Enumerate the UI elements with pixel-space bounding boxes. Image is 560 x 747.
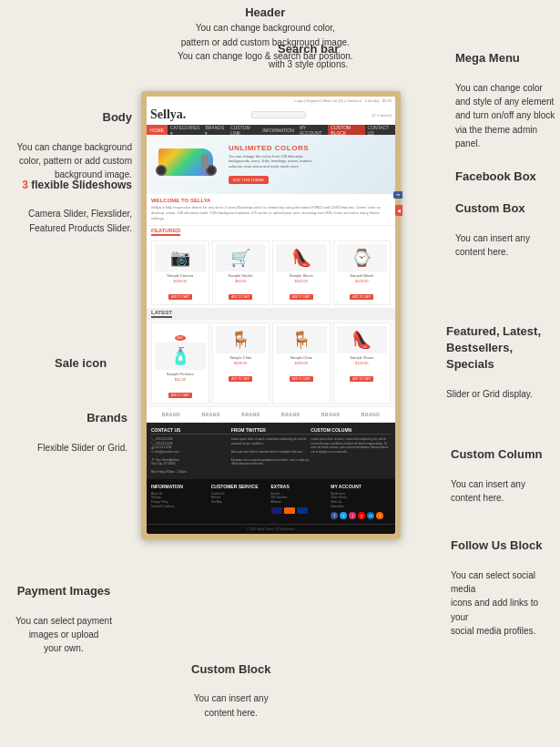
brand-2: BRAND	[201, 412, 220, 417]
nav-custom[interactable]: CUSTOM LINK	[228, 125, 260, 135]
latest-products: SALE 🧴 Sample Perfume $55.00 ADD TO CART…	[147, 320, 395, 406]
payment-annotation: Payment Images You can select payment im…	[5, 583, 123, 656]
copyright-text: © 2013 Sellya Theme · 12 Themeforest	[247, 527, 294, 531]
product-name-shoes: Sample Shoes	[276, 273, 327, 278]
welcome-title: WELCOME TO SELLYA	[151, 198, 391, 203]
footer-account-title: MY ACCOUNT	[331, 484, 391, 489]
add-to-cart-chair1[interactable]: ADD TO CART	[229, 376, 252, 382]
nav-categories[interactable]: CATEGORIES ▾	[168, 125, 202, 135]
product-img-shoes: 👠	[276, 244, 327, 271]
social-linkedin[interactable]: in	[367, 512, 374, 519]
featured-section-label: FEATURED	[147, 226, 395, 238]
customcol-desc: You can insert any content here.	[451, 479, 525, 503]
social-facebook[interactable]: f	[331, 512, 338, 519]
customcol-title: Custom Column	[451, 446, 555, 463]
add-to-cart-stroller[interactable]: ADD TO CART	[229, 294, 252, 300]
site-topbar: Login | Register | Wish List (0) | Check…	[147, 97, 395, 105]
searchbar-desc: with 3 style options.	[269, 59, 348, 69]
payment-logo-2	[284, 507, 295, 514]
payment-logo-3	[297, 507, 308, 514]
followus-annotation: Follow Us Block You can select social me…	[451, 537, 555, 639]
followus-desc: You can select social media icons and ad…	[451, 570, 538, 637]
latest-name-perfume: Sample Perfume	[155, 372, 206, 376]
custom-box-sidebar[interactable]: ◀	[395, 205, 402, 216]
latest-section-label: LATEST	[147, 308, 395, 320]
hero-heading: UNLIMITED COLORS	[229, 144, 313, 152]
facebook-title: Facebook Box	[455, 169, 555, 185]
add-to-cart-perfume[interactable]: ADD TO CART	[168, 393, 192, 398]
nav-brands[interactable]: BRANDS ▾	[202, 125, 228, 135]
nav-home[interactable]: HOME	[147, 125, 168, 135]
footer-bottom-extras: EXTRAS BrandsGift VouchersAffiliates	[271, 484, 331, 519]
product-img-watch: ⌚	[337, 244, 388, 271]
brand-6: BRAND	[361, 412, 381, 417]
sale-annotation: Sale icon	[55, 355, 107, 372]
product-card-watch: ⌚ Sample Watch $349.00 ADD TO CART	[333, 240, 392, 305]
product-img-stroller: 🛒	[216, 244, 267, 271]
hero-button[interactable]: BUY THIS THEME!	[229, 176, 269, 184]
nav-custom-block[interactable]: CUSTOM BLOCK	[328, 125, 364, 135]
social-icons: f t i y in r	[331, 512, 391, 519]
browser-mockup: Login | Register | Wish List (0) | Check…	[141, 91, 401, 539]
sale-badge: SALE	[175, 335, 186, 341]
slideshows-annotation: 3 flexible Slideshows Camera Slider, Fle…	[5, 178, 132, 235]
footer-bottom: INFORMATION About UsDeliveryPrivacy Poli…	[147, 479, 395, 524]
social-instagram[interactable]: i	[349, 512, 356, 519]
slideshows-desc: Camera Slider, Flexslider, Featured Prod…	[28, 209, 132, 232]
custombox-title: Custom Box	[455, 200, 555, 217]
nav-contact[interactable]: CONTACT US	[365, 125, 395, 135]
footer-col-contact: CONTACT US 📞 123-123-1234 📞 123-123-1234…	[151, 427, 231, 475]
add-to-cart-shoes2[interactable]: ADD TO CART	[350, 376, 373, 382]
brands-annotation: Brands Flexible Slider or Grid.	[18, 410, 127, 455]
welcome-text: Sellya is fully responsive theme for any…	[151, 205, 391, 221]
footer-col-custom: CUSTOM COLUMN Lorem ipsum dolor sit amet…	[311, 427, 391, 475]
logo-bar: Sellya. 🛒 0 item(s)	[147, 105, 395, 125]
featured-products: 📷 Sample Camera $199.00 ADD TO CART 🛒 Sa…	[147, 238, 395, 308]
product-price-watch: $349.00	[337, 279, 388, 283]
social-twitter[interactable]: t	[340, 512, 347, 519]
latest-name-chair2: Sample Chair	[276, 355, 327, 360]
latest-price-chair1: $299.00	[216, 361, 267, 365]
add-to-cart-watch[interactable]: ADD TO CART	[350, 294, 373, 300]
product-price-camera: $199.00	[155, 279, 206, 283]
customblock-desc: You can insert any content here.	[194, 693, 269, 717]
scooter-illustration	[151, 139, 229, 189]
megamenu-desc: You can change color and style of any el…	[455, 83, 555, 149]
add-to-cart-shoes[interactable]: ADD TO CART	[290, 294, 313, 300]
nav-account[interactable]: MY ACCOUNT	[297, 125, 328, 135]
footer-service-links: Contact UsReturnsSite Map	[211, 492, 271, 505]
searchbar-title: Search bar	[269, 41, 348, 57]
add-to-cart-camera[interactable]: ADD TO CART	[168, 294, 192, 300]
footer-col-twitter: FROM TWITTER Lorem ipsum dolor sit amet,…	[231, 427, 311, 475]
footer-col-custom-text: Lorem ipsum dolor sit amet, consectetur …	[311, 437, 391, 454]
brand-5: BRAND	[321, 412, 341, 417]
social-rss[interactable]: r	[376, 512, 383, 519]
facebook-annotation: Facebook Box	[455, 169, 555, 185]
footer-col-twitter-title: FROM TWITTER	[231, 427, 311, 435]
topbar-cart: 0 item(s) - $0.00	[365, 98, 392, 103]
social-youtube[interactable]: y	[358, 512, 365, 519]
footer-bottom-service: CUSTOMER SERVICE Contact UsReturnsSite M…	[211, 484, 271, 519]
footer-bottom-information: INFORMATION About UsDeliveryPrivacy Poli…	[151, 484, 211, 519]
site-logo: Sellya.	[150, 107, 186, 122]
footer-copyright: © 2013 Sellya Theme · 12 Themeforest	[147, 524, 395, 534]
add-to-cart-chair2[interactable]: ADD TO CART	[290, 376, 313, 382]
search-bar-mini[interactable]	[251, 111, 306, 118]
featured-label: FEATURED	[151, 228, 180, 236]
product-card-camera: 📷 Sample Camera $199.00 ADD TO CART	[151, 240, 209, 305]
featured-title: Featured, Latest, Bestsellers, Specials	[446, 323, 555, 374]
nav-info[interactable]: INFORMATION	[260, 125, 297, 135]
footer-service-title: CUSTOMER SERVICE	[211, 484, 271, 489]
slideshows-title: 3 flexible Slideshows	[5, 178, 132, 193]
latest-price-shoes2: $149.00	[337, 361, 388, 365]
latest-card-chair2: 🪑 Sample Chair $199.00 ADD TO CART	[272, 322, 331, 404]
body-desc: You can change background color, pattern…	[17, 142, 132, 180]
latest-img-chair2: 🪑	[276, 326, 327, 353]
featured-annotation: Featured, Latest, Bestsellers, Specials …	[446, 323, 555, 401]
facebook-box-tab[interactable]: f	[393, 191, 402, 199]
payment-logo-1	[271, 507, 282, 514]
brands-bar: BRAND BRAND BRAND BRAND BRAND BRAND	[147, 406, 395, 423]
latest-price-chair2: $199.00	[276, 361, 327, 365]
search-area	[251, 111, 306, 118]
latest-card-perfume: SALE 🧴 Sample Perfume $55.00 ADD TO CART	[151, 322, 209, 404]
